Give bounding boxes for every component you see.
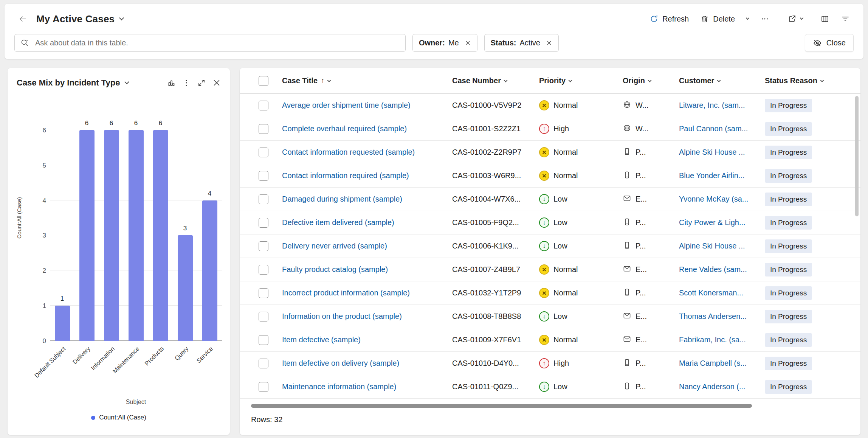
priority-normal-icon: ×	[539, 100, 549, 110]
table-row[interactable]: Faulty product catalog (sample) CAS-0100…	[240, 258, 860, 281]
delete-button[interactable]: Delete	[696, 11, 739, 26]
select-all-checkbox[interactable]	[259, 76, 268, 86]
case-title-cell: Incorrect product information (sample)	[282, 289, 452, 297]
column-header-priority[interactable]: Priority	[539, 76, 623, 85]
table-row[interactable]: Defective item delivered (sample) CAS-01…	[240, 211, 860, 235]
case-title-link[interactable]: Item defective on delivery (sample)	[282, 359, 399, 367]
back-button[interactable]	[14, 11, 31, 26]
refresh-button[interactable]: Refresh	[646, 11, 693, 26]
overflow-button[interactable]	[756, 11, 773, 26]
customer-link[interactable]: City Power & Ligh...	[679, 218, 746, 227]
command-bar-row: My Active Cases Refresh Delete	[14, 4, 854, 34]
filter-pill-owner[interactable]: Owner: Me	[412, 34, 477, 52]
change-chart-button[interactable]	[165, 76, 178, 89]
case-title-link[interactable]: Contact information requested (sample)	[282, 148, 415, 156]
column-header-case-number[interactable]: Case Number	[452, 76, 539, 85]
table-row[interactable]: Item defective on delivery (sample) CAS-…	[240, 352, 860, 375]
table-row[interactable]: Delivery never arrived (sample) CAS-0100…	[240, 235, 860, 258]
case-title-link[interactable]: Faulty product catalog (sample)	[282, 265, 388, 273]
column-header-status-reason[interactable]: Status Reason	[765, 76, 860, 85]
table-row[interactable]: Incorrect product information (sample) C…	[240, 281, 860, 305]
origin-label: P...	[636, 218, 646, 227]
status-cell: In Progress	[765, 239, 860, 253]
view-selector[interactable]: My Active Cases	[36, 13, 123, 25]
table-row[interactable]: Item defective (sample) CAS-01009-X7F6V1…	[240, 328, 860, 352]
table-row[interactable]: Contact information required (sample) CA…	[240, 164, 860, 188]
row-checkbox[interactable]	[259, 265, 268, 275]
priority-high-icon: ↑	[539, 358, 549, 368]
customer-cell: Paul Cannon (sam...	[679, 124, 765, 133]
row-checkbox[interactable]	[259, 101, 268, 110]
dismiss-icon[interactable]	[465, 40, 471, 46]
customer-link[interactable]: Litware, Inc. (sam...	[679, 101, 745, 109]
customer-link[interactable]: Yvonne McKay (sa...	[679, 195, 748, 203]
row-checkbox[interactable]	[259, 171, 268, 181]
priority-cell: ↓ Low	[539, 194, 623, 204]
table-row[interactable]: Maintenance information (sample) CAS-010…	[240, 375, 860, 399]
column-header-customer[interactable]: Customer	[679, 76, 765, 85]
chart-bar	[178, 235, 193, 341]
customer-link[interactable]: Paul Cannon (sam...	[679, 124, 748, 133]
dismiss-icon[interactable]	[546, 40, 552, 46]
close-button[interactable]: Close	[805, 34, 854, 52]
case-title-link[interactable]: Damaged during shipment (sample)	[282, 195, 402, 203]
table-row[interactable]: Contact information requested (sample) C…	[240, 141, 860, 164]
chevron-down-icon	[717, 79, 721, 82]
case-title-link[interactable]: Information on the product (sample)	[282, 312, 402, 320]
case-title-link[interactable]: Maintenance information (sample)	[282, 382, 396, 391]
column-header-origin[interactable]: Origin	[623, 76, 679, 85]
row-checkbox[interactable]	[259, 194, 268, 204]
customer-link[interactable]: Rene Valdes (sam...	[679, 265, 747, 273]
row-checkbox[interactable]	[259, 382, 268, 392]
case-title-link[interactable]: Delivery never arrived (sample)	[282, 242, 387, 250]
case-title-link[interactable]: Defective item delivered (sample)	[282, 218, 394, 227]
customer-link[interactable]: Nancy Anderson (...	[679, 382, 746, 391]
status-badge: In Progress	[765, 310, 812, 323]
share-icon	[787, 14, 797, 23]
customer-link[interactable]: Thomas Andersen...	[679, 312, 747, 320]
case-title-link[interactable]: Average order shipment time (sample)	[282, 101, 411, 109]
table-row[interactable]: Information on the product (sample) CAS-…	[240, 305, 860, 328]
close-chart-button[interactable]	[210, 76, 223, 89]
case-title-link[interactable]: Item defective (sample)	[282, 335, 361, 344]
customer-link[interactable]: Blue Yonder Airlin...	[679, 171, 744, 180]
table-row[interactable]: Average order shipment time (sample) CAS…	[240, 94, 860, 117]
chevron-down-icon	[504, 79, 507, 82]
horizontal-scrollbar[interactable]	[251, 404, 752, 408]
ask-data-input[interactable]	[14, 34, 406, 52]
vertical-scrollbar[interactable]	[855, 96, 859, 216]
chevron-down-icon[interactable]	[125, 79, 130, 84]
case-title-link[interactable]: Incorrect product information (sample)	[282, 289, 410, 297]
row-checkbox[interactable]	[259, 241, 268, 251]
customer-link[interactable]: Alpine Ski House ...	[679, 148, 745, 156]
row-checkbox[interactable]	[259, 335, 268, 345]
row-checkbox[interactable]	[259, 148, 268, 157]
status-badge: In Progress	[765, 99, 812, 112]
command-dropdown-button[interactable]	[742, 16, 753, 22]
customer-link[interactable]: Alpine Ski House ...	[679, 242, 745, 250]
chart-actions	[165, 76, 223, 89]
row-checkbox[interactable]	[259, 359, 268, 368]
customer-link[interactable]: Scott Konersman...	[679, 289, 743, 297]
origin-label: P...	[636, 382, 646, 391]
origin-cell: E...	[623, 311, 679, 322]
table-row[interactable]: Complete overhaul required (sample) CAS-…	[240, 117, 860, 141]
row-checkbox[interactable]	[259, 288, 268, 298]
expand-chart-button[interactable]	[195, 76, 208, 89]
row-checkbox[interactable]	[259, 124, 268, 134]
edit-columns-button[interactable]	[817, 11, 833, 26]
table-row[interactable]: Damaged during shipment (sample) CAS-010…	[240, 188, 860, 211]
customer-link[interactable]: Fabrikam, Inc. (sa...	[679, 335, 746, 344]
filter-pill-status[interactable]: Status: Active	[484, 34, 559, 52]
case-title-link[interactable]: Complete overhaul required (sample)	[282, 124, 407, 133]
edit-filters-button[interactable]	[837, 11, 854, 26]
chart-more-button[interactable]	[180, 76, 193, 89]
row-checkbox[interactable]	[259, 312, 268, 322]
column-header-case-title[interactable]: Case Title ↑	[282, 76, 452, 85]
case-title-link[interactable]: Contact information required (sample)	[282, 171, 409, 180]
share-button[interactable]	[784, 11, 807, 26]
x-axis-title: Subject	[50, 399, 222, 405]
customer-link[interactable]: Maria Campbell (s...	[679, 359, 747, 367]
row-checkbox[interactable]	[259, 218, 268, 228]
y-tick-label: 4	[32, 197, 46, 205]
